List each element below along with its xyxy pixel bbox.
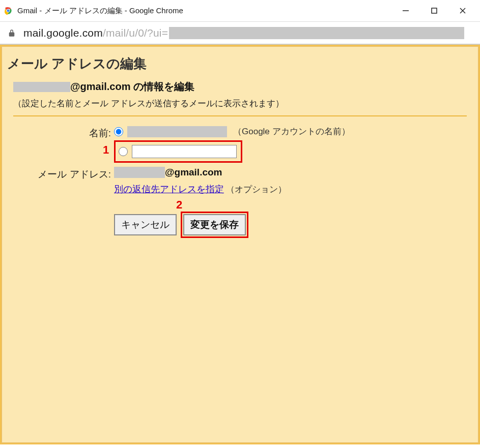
url-redacted: [169, 27, 464, 39]
chrome-app-icon: [3, 6, 13, 16]
label-name: 名前:: [13, 124, 114, 165]
cancel-button[interactable]: キャンセル: [114, 214, 177, 235]
label-email: メール アドレス:: [13, 165, 114, 197]
url-path: /mail/u/0/?ui=: [103, 27, 168, 39]
lock-icon: [7, 28, 16, 38]
option-note: （オプション）: [226, 185, 287, 194]
browser-address-bar: mail.google.com/mail/u/0/?ui=: [0, 22, 480, 45]
save-button[interactable]: 変更を保存: [183, 214, 246, 235]
radio-custom-name[interactable]: [119, 147, 128, 156]
window-title: Gmail - メール アドレスの編集 - Google Chrome: [17, 6, 391, 16]
redacted-username: [13, 82, 70, 92]
radio-google-name[interactable]: [114, 127, 123, 136]
custom-name-input[interactable]: [132, 145, 237, 158]
page-title: メール アドレスの編集: [2, 47, 478, 80]
heading-domain-text: @gmail.com の情報を編集: [70, 80, 194, 94]
annotation-number-1: 1: [103, 143, 109, 157]
url-host: mail.google.com: [23, 27, 103, 39]
divider: [13, 115, 467, 116]
subheading: （設定した名前とメール アドレスが送信するメールに表示されます）: [13, 98, 467, 109]
svg-rect-4: [432, 8, 437, 13]
redacted-email-local: [114, 167, 165, 178]
page-body: メール アドレスの編集 @gmail.com の情報を編集 （設定した名前とメー…: [0, 45, 480, 444]
redacted-google-name: [127, 126, 227, 137]
url-text[interactable]: mail.google.com/mail/u/0/?ui=: [23, 27, 464, 39]
window-minimize-button[interactable]: [391, 1, 420, 20]
annotation-number-2: 2: [176, 198, 182, 212]
content-heading: @gmail.com の情報を編集: [13, 80, 467, 94]
annotation-box-1: [114, 140, 242, 163]
window-titlebar: Gmail - メール アドレスの編集 - Google Chrome: [0, 0, 480, 22]
google-account-name-note: （Google アカウントの名前）: [233, 126, 350, 137]
specify-reply-to-link[interactable]: 別の返信先アドレスを指定: [114, 184, 224, 194]
window-close-button[interactable]: [448, 1, 477, 20]
email-domain: @gmail.com: [165, 167, 222, 178]
window-maximize-button[interactable]: [420, 1, 448, 20]
annotation-box-2: 変更を保存: [181, 212, 248, 238]
